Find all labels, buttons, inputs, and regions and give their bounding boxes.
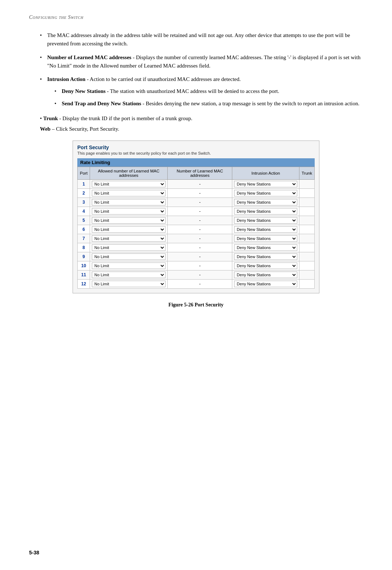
intrusion-select[interactable]: Deny New StationsSend Trap and Deny New …	[234, 244, 297, 251]
intrusion-select[interactable]: Deny New StationsSend Trap and Deny New …	[234, 235, 297, 242]
table-row: 6No Limit-Deny New StationsSend Trap and…	[78, 225, 315, 234]
cell-trunk	[299, 180, 314, 189]
intrusion-select[interactable]: Deny New StationsSend Trap and Deny New …	[234, 226, 297, 233]
panel-title: Port Security	[77, 144, 315, 150]
intrusion-select[interactable]: Deny New StationsSend Trap and Deny New …	[234, 199, 297, 205]
allowed-select[interactable]: No Limit	[92, 190, 166, 196]
col-port: Port	[78, 167, 90, 180]
sub-bullet-1: Deny New Stations - The station with una…	[54, 87, 363, 95]
table-row: 5No Limit-Deny New StationsSend Trap and…	[78, 216, 315, 225]
cell-intrusion[interactable]: Deny New StationsSend Trap and Deny New …	[232, 225, 299, 234]
bullet-3-bold: Intrusion Action	[47, 76, 85, 82]
table-header-row: Port Allowed number of Learned MAC addre…	[78, 167, 315, 180]
intrusion-select[interactable]: Deny New StationsSend Trap and Deny New …	[234, 181, 297, 187]
allowed-select[interactable]: No Limit	[92, 262, 166, 269]
cell-allowed[interactable]: No Limit	[90, 270, 168, 280]
cell-trunk	[299, 189, 314, 198]
cell-intrusion[interactable]: Deny New StationsSend Trap and Deny New …	[232, 270, 299, 280]
table-row: 7No Limit-Deny New StationsSend Trap and…	[78, 234, 315, 243]
figure-caption: Figure 5-26 Port Security	[29, 302, 363, 308]
intrusion-select[interactable]: Deny New StationsSend Trap and Deny New …	[234, 272, 297, 278]
cell-port: 10	[78, 261, 90, 270]
allowed-select[interactable]: No Limit	[92, 208, 166, 215]
sub-bullet-1-bold: Deny New Stations	[62, 88, 106, 94]
col-number: Number of Learned MAC addresses	[168, 167, 232, 180]
allowed-select[interactable]: No Limit	[92, 217, 166, 224]
bullet-item-1: The MAC addresses already in the address…	[40, 31, 363, 48]
cell-trunk	[299, 207, 314, 216]
cell-intrusion[interactable]: Deny New StationsSend Trap and Deny New …	[232, 280, 299, 289]
cell-intrusion[interactable]: Deny New StationsSend Trap and Deny New …	[232, 216, 299, 225]
col-allowed: Allowed number of Learned MAC addresses	[90, 167, 168, 180]
intrusion-select[interactable]: Deny New StationsSend Trap and Deny New …	[234, 190, 297, 196]
cell-port: 4	[78, 207, 90, 216]
allowed-select[interactable]: No Limit	[92, 226, 166, 233]
cell-allowed[interactable]: No Limit	[90, 216, 168, 225]
section-header: Rate Limiting	[77, 158, 315, 167]
cell-allowed[interactable]: No Limit	[90, 234, 168, 243]
cell-intrusion[interactable]: Deny New StationsSend Trap and Deny New …	[232, 198, 299, 207]
allowed-select[interactable]: No Limit	[92, 272, 166, 278]
cell-learned-count: -	[168, 270, 232, 280]
cell-allowed[interactable]: No Limit	[90, 261, 168, 270]
cell-allowed[interactable]: No Limit	[90, 207, 168, 216]
allowed-select[interactable]: No Limit	[92, 244, 166, 251]
allowed-select[interactable]: No Limit	[92, 181, 166, 187]
table-row: 4No Limit-Deny New StationsSend Trap and…	[78, 207, 315, 216]
allowed-select[interactable]: No Limit	[92, 235, 166, 242]
cell-trunk	[299, 234, 314, 243]
page-header-text: Configuring the Switch	[29, 15, 83, 20]
cell-intrusion[interactable]: Deny New StationsSend Trap and Deny New …	[232, 243, 299, 252]
cell-allowed[interactable]: No Limit	[90, 252, 168, 261]
cell-learned-count: -	[168, 189, 232, 198]
bullet-2-bold: Number of Learned MAC addresses	[47, 54, 131, 60]
cell-allowed[interactable]: No Limit	[90, 198, 168, 207]
web-rest: – Click Security, Port Security.	[50, 126, 119, 132]
cell-intrusion[interactable]: Deny New StationsSend Trap and Deny New …	[232, 189, 299, 198]
cell-trunk	[299, 198, 314, 207]
page-header: Configuring the Switch	[29, 15, 363, 20]
cell-learned-count: -	[168, 234, 232, 243]
sub-bullet-1-rest: - The station with unauthorized MAC addr…	[106, 88, 279, 94]
cell-intrusion[interactable]: Deny New StationsSend Trap and Deny New …	[232, 261, 299, 270]
cell-allowed[interactable]: No Limit	[90, 225, 168, 234]
sub-bullet-2-rest: - Besides denying the new station, a tra…	[141, 101, 359, 106]
intrusion-select[interactable]: Deny New StationsSend Trap and Deny New …	[234, 208, 297, 215]
web-bold: Web	[40, 126, 50, 132]
cell-trunk	[299, 225, 314, 234]
cell-intrusion[interactable]: Deny New StationsSend Trap and Deny New …	[232, 180, 299, 189]
cell-allowed[interactable]: No Limit	[90, 243, 168, 252]
bullet-1-text: The MAC addresses already in the address…	[47, 32, 350, 46]
trunk-rest: - Display the trunk ID if the port is me…	[58, 115, 192, 121]
cell-allowed[interactable]: No Limit	[90, 280, 168, 289]
bullet-item-2: Number of Learned MAC addresses - Displa…	[40, 53, 363, 70]
intrusion-select[interactable]: Deny New StationsSend Trap and Deny New …	[234, 281, 297, 287]
cell-port: 6	[78, 225, 90, 234]
cell-port: 8	[78, 243, 90, 252]
allowed-select[interactable]: No Limit	[92, 253, 166, 260]
sub-bullet-list: Deny New Stations - The station with una…	[54, 87, 363, 108]
allowed-select[interactable]: No Limit	[92, 199, 166, 205]
main-bullet-list: The MAC addresses already in the address…	[40, 31, 363, 108]
intrusion-select[interactable]: Deny New StationsSend Trap and Deny New …	[234, 217, 297, 224]
table-row: 8No Limit-Deny New StationsSend Trap and…	[78, 243, 315, 252]
cell-trunk	[299, 270, 314, 280]
cell-port: 11	[78, 270, 90, 280]
cell-trunk	[299, 216, 314, 225]
cell-intrusion[interactable]: Deny New StationsSend Trap and Deny New …	[232, 252, 299, 261]
cell-port: 1	[78, 180, 90, 189]
cell-trunk	[299, 252, 314, 261]
bullet-item-3: Intrusion Action - Action to be carried …	[40, 75, 363, 108]
cell-learned-count: -	[168, 243, 232, 252]
col-intrusion: Intrusion Action	[232, 167, 299, 180]
cell-port: 3	[78, 198, 90, 207]
cell-allowed[interactable]: No Limit	[90, 189, 168, 198]
intrusion-select[interactable]: Deny New StationsSend Trap and Deny New …	[234, 253, 297, 260]
col-trunk: Trunk	[299, 167, 314, 180]
table-row: 12No Limit-Deny New StationsSend Trap an…	[78, 280, 315, 289]
intrusion-select[interactable]: Deny New StationsSend Trap and Deny New …	[234, 262, 297, 269]
cell-intrusion[interactable]: Deny New StationsSend Trap and Deny New …	[232, 234, 299, 243]
cell-allowed[interactable]: No Limit	[90, 180, 168, 189]
allowed-select[interactable]: No Limit	[92, 281, 166, 287]
cell-intrusion[interactable]: Deny New StationsSend Trap and Deny New …	[232, 207, 299, 216]
